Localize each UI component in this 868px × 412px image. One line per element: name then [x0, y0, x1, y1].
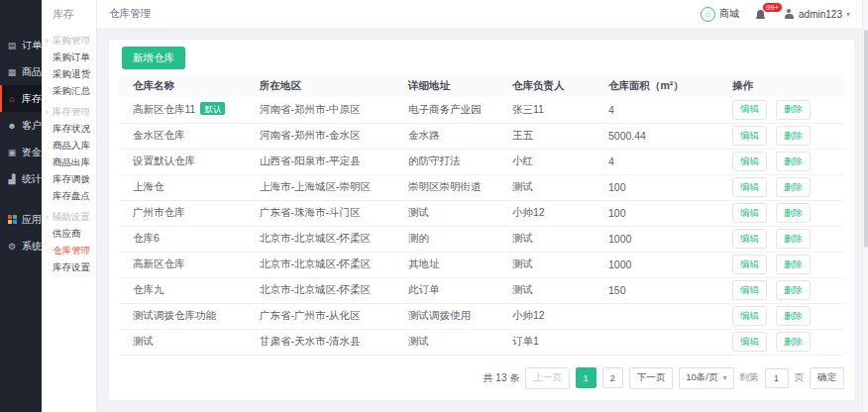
table-row: 仓库九 北京市-北京城区-怀柔区 此订单 测试 150 编辑 删除 [119, 277, 844, 303]
next-page-button[interactable]: 下一页 [629, 367, 674, 389]
page-number-button[interactable]: 1 [576, 367, 597, 388]
warehouse-manager: 王五 [498, 123, 595, 149]
goto-suffix: 页 [795, 371, 805, 384]
warehouse-name: 高新区仓库 [133, 258, 185, 269]
prev-page-button[interactable]: 上一页 [525, 367, 570, 389]
delete-button[interactable]: 删除 [776, 229, 811, 249]
delete-button[interactable]: 删除 [776, 126, 811, 146]
default-badge: 默认 [200, 102, 225, 115]
warehouse-address: 电子商务产业园 [394, 97, 498, 123]
sidebar-item[interactable]: ▣ 资金 [0, 139, 42, 165]
warehouse-card: 新增仓库 仓库名称所在地区详细地址仓库负责人仓库面积（m²）操作 高新区仓库11… [109, 40, 854, 400]
submenu-item-label: 辅助设置 [53, 211, 90, 222]
app-window: ▤ 订单 ▦ 商品 ⌂ 库存 ☻ [0, 0, 868, 412]
submenu-item-label: 采购订单 [53, 52, 90, 62]
submenu-item-label: 采购退货 [53, 68, 90, 79]
edit-button[interactable]: 编辑 [732, 177, 767, 197]
scrollbar [862, 0, 868, 412]
funds-icon: ▣ [6, 148, 18, 157]
warehouse-manager: 小帅12 [498, 303, 595, 329]
warehouse-area: 4 [595, 149, 718, 174]
user-menu[interactable]: admin123 ▾ [783, 8, 850, 20]
total-count: 共 13 条 [484, 371, 520, 385]
edit-button[interactable]: 编辑 [732, 306, 767, 326]
delete-button[interactable]: 删除 [776, 100, 811, 120]
group-caret-icon: › [46, 36, 49, 46]
submenu-item[interactable]: › 库存管理 [42, 103, 96, 120]
notifications-button[interactable]: 99+ [755, 8, 767, 20]
sidebar-item[interactable]: ⚙ 系统 [0, 233, 42, 259]
delete-button[interactable]: 删除 [776, 280, 811, 300]
warehouse-address: 此订单 [394, 277, 498, 303]
statistics-icon: ▟ [6, 174, 18, 184]
delete-button[interactable]: 删除 [776, 152, 811, 171]
add-warehouse-button[interactable]: 新增仓库 [122, 47, 185, 69]
delete-button[interactable]: 删除 [776, 306, 811, 326]
sidebar-item-label: 资金 [22, 146, 42, 159]
table-row: 金水区仓库 河南省-郑州市-金水区 金水路 王五 5000.44 编辑 删除 [119, 123, 844, 149]
column-header: 所在地区 [246, 75, 394, 97]
submenu-item-label: 供应商 [53, 228, 81, 239]
edit-button[interactable]: 编辑 [732, 229, 767, 249]
delete-button[interactable]: 删除 [776, 203, 811, 223]
sidebar-item[interactable]: ☻ 客户 [0, 112, 42, 139]
submenu-item[interactable]: 库存调拨 [42, 170, 96, 187]
warehouse-name: 仓库九 [133, 283, 164, 295]
group-caret-icon: › [46, 212, 49, 222]
warehouse-region: 山西省-阳泉市-平定县 [246, 149, 394, 174]
sidebar-item-label: 系统 [22, 240, 42, 254]
edit-button[interactable]: 编辑 [732, 332, 767, 352]
page-size-select[interactable]: 10条/页 ▾ [679, 367, 733, 389]
submenu-item[interactable]: › 辅助设置 [42, 208, 96, 225]
submenu-item[interactable]: 库存设置 [42, 258, 96, 275]
delete-button[interactable]: 删除 [776, 332, 811, 352]
sidebar-item[interactable]: ▟ 统计 [0, 165, 42, 192]
goto-prefix: 到第 [740, 371, 759, 384]
sidebar-item[interactable]: ▤ 订单 [0, 32, 42, 58]
confirm-button[interactable]: 确定 [810, 367, 844, 389]
submenu-item[interactable]: 库存状况 [42, 120, 96, 137]
warehouse-region: 广东省-珠海市-斗门区 [246, 200, 394, 226]
table-row: 高新区仓库11默认 河南省-郑州市-中原区 电子商务产业园 张三11 4 编辑 … [119, 97, 844, 123]
submenu-item-label: 商品入库 [53, 140, 90, 151]
edit-button[interactable]: 编辑 [732, 100, 767, 120]
warehouse-area [595, 303, 718, 329]
submenu-item-label: 库存盘点 [53, 190, 90, 201]
page-number-button[interactable]: 2 [602, 367, 623, 388]
submenu-item[interactable]: 库存盘点 [42, 187, 96, 204]
submenu-item[interactable]: 采购订单 [42, 49, 96, 65]
edit-button[interactable]: 编辑 [732, 126, 767, 146]
submenu-item[interactable]: 采购退货 [42, 65, 96, 82]
submenu-item-label: 商品出库 [53, 156, 90, 167]
scrollbar-thumb[interactable] [864, 30, 868, 248]
submenu-item[interactable]: 采购汇总 [42, 82, 96, 99]
submenu-item[interactable]: 仓库管理 [42, 242, 96, 258]
delete-button[interactable]: 删除 [776, 177, 811, 197]
submenu-item[interactable]: 供应商 [42, 225, 96, 242]
warehouse-address: 其地址 [394, 252, 498, 277]
warehouse-area [595, 329, 718, 355]
delete-button[interactable]: 删除 [776, 255, 811, 274]
inventory-icon: ⌂ [6, 94, 18, 104]
submenu-item-label: 库存调拨 [53, 173, 90, 184]
secondary-sidebar: 库存 › 采购管理 采购订单 采购退货 [42, 0, 97, 412]
edit-button[interactable]: 编辑 [732, 152, 767, 171]
warehouse-name: 测试 [133, 335, 154, 347]
goto-page-input[interactable] [765, 368, 789, 388]
warehouse-manager: 小红 [498, 149, 595, 174]
submenu-item[interactable]: 商品出库 [42, 154, 96, 170]
sidebar-item-label: 商品 [22, 65, 42, 79]
sidebar-item[interactable]: ⌂ 库存 [0, 85, 42, 112]
column-header: 仓库面积（m²） [595, 75, 718, 97]
edit-button[interactable]: 编辑 [732, 255, 767, 274]
mall-link[interactable]: ⌂ 商城 [701, 7, 739, 22]
edit-button[interactable]: 编辑 [732, 203, 767, 223]
submenu-item[interactable]: › 采购管理 [42, 32, 96, 49]
submenu-item[interactable]: 商品入库 [42, 137, 96, 154]
sidebar-item[interactable]: 应用 [0, 206, 42, 233]
submenu-item-label: 采购管理 [53, 35, 90, 46]
sidebar-item[interactable]: ▦ 商品 [0, 58, 42, 85]
edit-button[interactable]: 编辑 [732, 280, 767, 300]
table-row: 上海仓 上海市-上海城区-崇明区 崇明区崇明街道 测试 100 编辑 删除 [119, 174, 844, 200]
warehouse-manager: 测试 [498, 277, 595, 303]
